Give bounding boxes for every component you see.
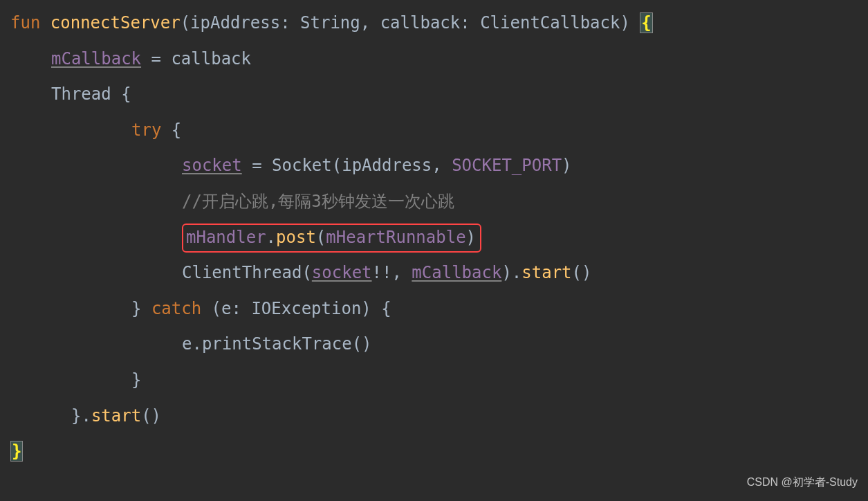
bangs: !!, [372,263,412,282]
var-mCallback: mCallback [412,263,501,282]
brace-close: } [10,441,23,462]
function-name: connectServer [50,13,181,33]
catch-params: (e: IOException) { [201,299,391,318]
keyword-catch: catch [151,299,201,318]
code-line-4: try { [10,113,858,149]
params: (ipAddress: String, callback: ClientCall… [181,13,640,33]
watermark: CSDN @初学者-Study [747,471,858,494]
code-line-10: e.printStackTrace() [10,327,858,363]
var-socket: socket [182,156,242,175]
close-brace: } [131,370,141,390]
brace-open: { [640,12,652,33]
dot: . [266,228,276,247]
code-line-11: } [10,363,858,399]
code-editor[interactable]: fun connectServer(ipAddress: String, cal… [10,6,858,470]
code-line-9: } catch (e: IOException) { [10,291,858,327]
var-socket: socket [312,263,372,282]
close: ). [501,263,521,282]
method-post: post [276,228,316,247]
code-line-12: }.start() [10,399,858,435]
code-line-2: mCallback = callback [10,42,858,78]
highlighted-code: mHandler.post(mHeartRunnable) [182,224,481,253]
var-mHeartRunnable: mHeartRunnable [326,228,465,247]
code-line-8: ClientThread(socket!!, mCallback).start(… [10,255,858,291]
paren-close: ) [466,228,476,247]
brace: { [121,84,131,104]
paren: () [141,406,161,426]
code-line-1: fun connectServer(ipAddress: String, cal… [10,6,858,42]
var-mCallback: mCallback [51,49,141,69]
const-port: SOCKET_PORT [452,156,562,175]
brace: { [161,120,181,140]
code-line-5: socket = Socket(ipAddress, SOCKET_PORT) [10,148,858,184]
comment: //开启心跳,每隔3秒钟发送一次心跳 [182,192,454,211]
code-line-7: mHandler.post(mHeartRunnable) [10,220,858,256]
close-brace: }. [71,406,91,426]
close: ) [562,156,571,175]
assign: = callback [141,49,251,69]
keyword-fun: fun [10,13,40,33]
method-start: start [521,263,571,282]
code-line-6: //开启心跳,每隔3秒钟发送一次心跳 [10,184,858,220]
client-thread: ClientThread( [182,263,312,282]
var-mHandler: mHandler [186,228,266,247]
close-brace: } [131,299,151,318]
code-line-13: } [10,434,858,470]
code-line-3: Thread { [10,77,858,113]
assign: = Socket(ipAddress, [242,156,452,175]
keyword-try: try [131,120,161,140]
paren-open: ( [316,228,326,247]
thread: Thread [51,84,121,104]
print-stack: e.printStackTrace() [182,334,372,354]
paren: () [572,263,592,282]
method-start: start [91,406,141,426]
